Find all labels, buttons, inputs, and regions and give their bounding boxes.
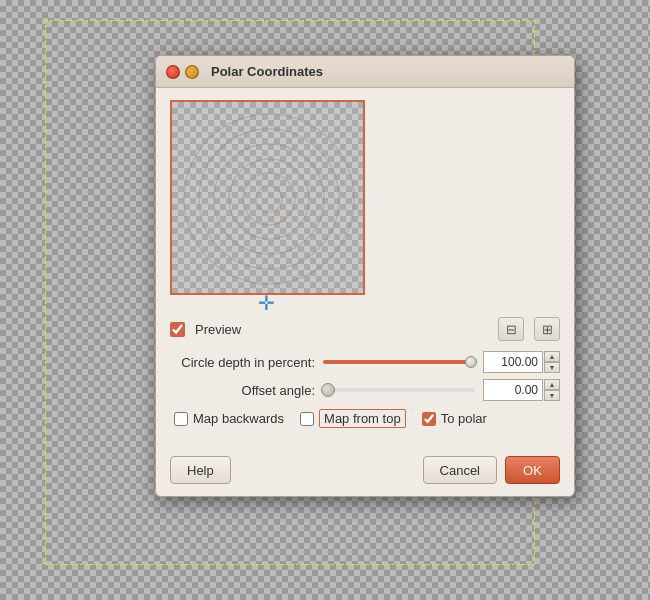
svg-point-0	[184, 114, 354, 284]
circle-depth-row: Circle depth in percent: ▲ ▼	[170, 351, 560, 373]
reset-icon: ⊟	[506, 322, 517, 337]
ok-button[interactable]: OK	[505, 456, 560, 484]
circle-depth-input[interactable]	[483, 351, 543, 373]
map-from-top-label: Map from top	[319, 409, 406, 428]
preview-label: Preview	[195, 322, 488, 337]
circle-depth-down[interactable]: ▼	[544, 362, 560, 373]
footer-right-buttons: Cancel OK	[423, 456, 560, 484]
window-controls	[166, 65, 199, 79]
map-backwards-label: Map backwards	[193, 411, 284, 426]
title-bar: Polar Coordinates	[156, 56, 574, 88]
map-from-top-checkbox[interactable]	[300, 412, 314, 426]
circle-depth-spinner: ▲ ▼	[483, 351, 560, 373]
to-polar-label: To polar	[441, 411, 487, 426]
circle-depth-up[interactable]: ▲	[544, 351, 560, 362]
svg-point-4	[243, 173, 295, 225]
offset-angle-row: Offset angle: ▲ ▼	[170, 379, 560, 401]
to-polar-checkbox[interactable]	[422, 412, 436, 426]
offset-angle-up[interactable]: ▲	[544, 379, 560, 390]
dialog-content: ✛ Preview ⊟ ⊞ Circle depth in percent:	[156, 88, 574, 450]
move-icon[interactable]: ✛	[258, 291, 275, 315]
circle-depth-label: Circle depth in percent:	[170, 355, 315, 370]
preview-image	[170, 100, 365, 295]
offset-angle-thumb[interactable]	[321, 383, 335, 397]
offset-angle-down[interactable]: ▼	[544, 390, 560, 401]
dialog-footer: Help Cancel OK	[156, 450, 574, 496]
to-polar-item: To polar	[422, 411, 487, 426]
map-backwards-item: Map backwards	[174, 411, 284, 426]
circle-depth-track[interactable]	[323, 360, 475, 364]
preview-checkbox[interactable]	[170, 322, 185, 337]
map-from-top-item: Map from top	[300, 409, 406, 428]
map-backwards-checkbox[interactable]	[174, 412, 188, 426]
circle-depth-arrows: ▲ ▼	[544, 351, 560, 373]
svg-point-1	[199, 129, 339, 269]
zoom-button[interactable]: ⊞	[534, 317, 560, 341]
cancel-button[interactable]: Cancel	[423, 456, 497, 484]
preview-row: Preview ⊟ ⊞	[170, 317, 560, 341]
dialog-title: Polar Coordinates	[211, 64, 323, 79]
reset-button[interactable]: ⊟	[498, 317, 524, 341]
offset-angle-track[interactable]	[323, 388, 475, 392]
svg-point-2	[214, 144, 324, 254]
offset-angle-arrows: ▲ ▼	[544, 379, 560, 401]
polar-coordinates-dialog: Polar Coordinates ✛ Preview	[155, 55, 575, 497]
svg-point-3	[229, 159, 309, 239]
circle-depth-thumb[interactable]	[465, 356, 477, 368]
close-button[interactable]	[166, 65, 180, 79]
offset-angle-input[interactable]	[483, 379, 543, 401]
offset-angle-label: Offset angle:	[170, 383, 315, 398]
help-button[interactable]: Help	[170, 456, 231, 484]
checkboxes-row: Map backwards Map from top To polar	[170, 409, 560, 428]
minimize-button[interactable]	[185, 65, 199, 79]
svg-point-5	[256, 186, 282, 212]
offset-angle-spinner: ▲ ▼	[483, 379, 560, 401]
circle-depth-fill	[323, 360, 475, 364]
preview-container: ✛	[170, 100, 365, 295]
zoom-icon: ⊞	[542, 322, 553, 337]
